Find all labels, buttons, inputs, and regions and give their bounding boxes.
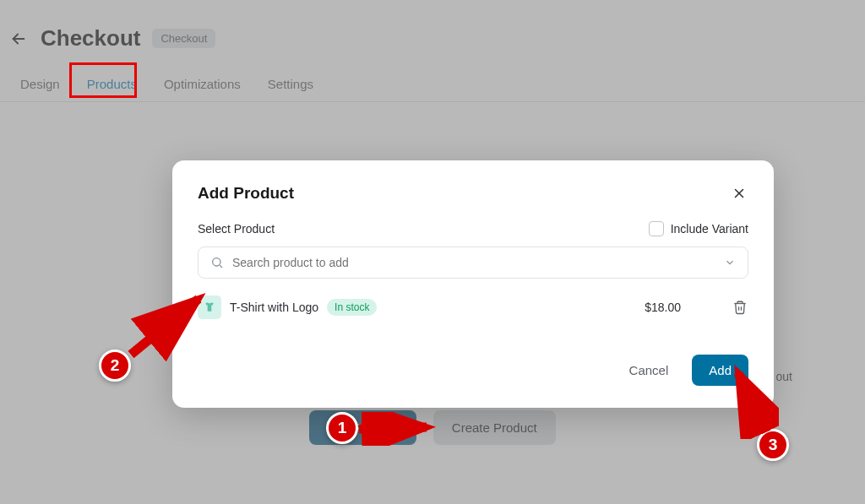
trash-icon[interactable] (732, 299, 748, 316)
svg-line-3 (738, 373, 766, 432)
annotation-arrow-1 (355, 412, 439, 446)
annotation-circle-1: 1 (326, 412, 358, 444)
modal-title: Add Product (198, 184, 294, 203)
svg-line-2 (131, 299, 199, 355)
select-product-row: Select Product Include Variant (198, 221, 748, 236)
close-icon[interactable] (730, 184, 748, 203)
search-product-input-wrapper[interactable] (198, 247, 748, 279)
search-icon (210, 256, 224, 269)
stock-status-badge: In stock (327, 299, 377, 316)
product-price: $18.00 (645, 301, 681, 314)
modal-footer: Cancel Add (198, 355, 748, 386)
include-variant-wrapper[interactable]: Include Variant (649, 221, 748, 236)
cancel-button[interactable]: Cancel (624, 355, 674, 386)
annotation-arrow-2 (122, 287, 215, 363)
include-variant-label: Include Variant (671, 222, 748, 236)
search-product-input[interactable] (232, 256, 724, 269)
product-row: T-Shirt with Logo In stock $18.00 (198, 290, 748, 324)
modal-header: Add Product (198, 184, 748, 203)
select-product-label: Select Product (198, 222, 275, 236)
add-product-modal: Add Product Select Product Include Varia… (172, 160, 774, 408)
annotation-arrow-3 (720, 363, 779, 439)
chevron-down-icon[interactable] (724, 257, 736, 268)
include-variant-checkbox[interactable] (649, 221, 664, 236)
svg-line-1 (359, 427, 427, 429)
svg-point-0 (213, 258, 220, 266)
product-name: T-Shirt with Logo (230, 301, 318, 314)
